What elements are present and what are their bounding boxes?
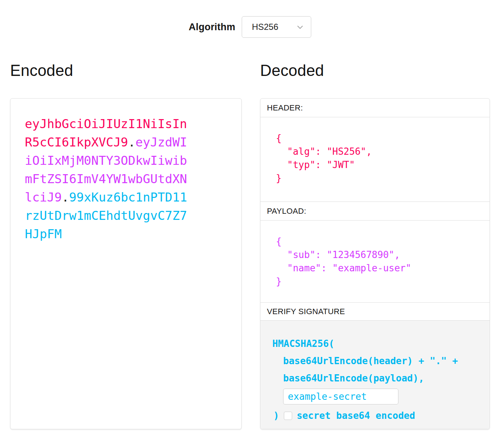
chevron-down-icon xyxy=(296,23,304,31)
algorithm-select[interactable]: HS256 xyxy=(242,16,311,38)
encoded-token-editor[interactable]: eyJhbGciOiJIUzI1NiIsInR5cCI6IkpXVCJ9.eyJ… xyxy=(10,98,242,429)
signature-close-paren: ) xyxy=(273,410,279,421)
signature-code-line-3: base64UrlEncode(payload), xyxy=(283,370,490,387)
encoded-title: Encoded xyxy=(10,61,242,80)
header-section-label: HEADER: xyxy=(260,99,490,117)
verify-signature-area: HMACSHA256( base64UrlEncode(header) + ".… xyxy=(260,321,490,429)
signature-code-line-1: HMACSHA256( xyxy=(272,335,490,352)
payload-json-editor[interactable]: { "sub": "1234567890", "name": "example-… xyxy=(260,221,490,303)
decoded-panel: HEADER: { "alg": "HS256", "typ": "JWT" }… xyxy=(260,98,490,429)
secret-base64-label[interactable]: secret base64 encoded xyxy=(297,410,415,421)
payload-section-label: PAYLOAD: xyxy=(260,202,490,221)
header-json-editor[interactable]: { "alg": "HS256", "typ": "JWT" } xyxy=(260,117,490,202)
token-dot-separator: . xyxy=(128,135,135,149)
verify-signature-label: VERIFY SIGNATURE xyxy=(260,303,490,321)
decoded-title: Decoded xyxy=(260,61,490,80)
algorithm-selected-value: HS256 xyxy=(252,22,278,32)
decoded-column: Decoded HEADER: { "alg": "HS256", "typ":… xyxy=(260,61,490,429)
signature-code-line-2: base64UrlEncode(header) + "." + xyxy=(283,352,490,370)
encoded-column: Encoded eyJhbGciOiJIUzI1NiIsInR5cCI6IkpX… xyxy=(10,61,242,429)
signature-bottom-row: ) secret base64 encoded xyxy=(272,410,490,421)
algorithm-toolbar: Algorithm HS256 xyxy=(0,16,500,38)
token-dot-separator: . xyxy=(62,190,69,204)
secret-base64-checkbox[interactable] xyxy=(284,412,292,420)
jwt-token-text[interactable]: eyJhbGciOiJIUzI1NiIsInR5cCI6IkpXVCJ9.eyJ… xyxy=(25,115,188,243)
secret-input[interactable] xyxy=(283,389,398,404)
algorithm-label: Algorithm xyxy=(189,22,235,33)
